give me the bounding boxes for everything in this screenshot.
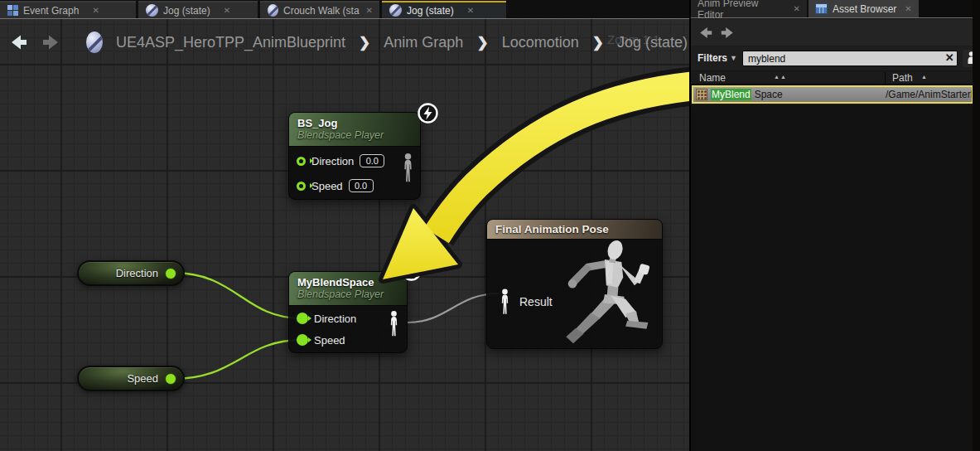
anim-blueprint-icon <box>86 32 103 53</box>
input-pin-speed[interactable] <box>297 182 306 191</box>
asset-list-column-header: Name ▲▲ Path ▲ <box>691 71 980 85</box>
asset-name-search-match: MyBlend <box>711 89 751 100</box>
input-pin-direction[interactable] <box>297 313 308 324</box>
asset-search-input[interactable] <box>742 51 958 66</box>
node-title: Final Animation Pose <box>495 223 654 235</box>
sort-indicator-name[interactable]: ▲▲ <box>774 74 787 80</box>
pin-label: Direction <box>314 313 356 325</box>
breadcrumb-separator: ❯ <box>476 34 488 51</box>
graph-panel: Event Graph ✕ Jog (state) ✕ Crouch Walk … <box>0 0 689 451</box>
breadcrumb-item-blueprint[interactable]: UE4ASP_HeroTPP_AnimBlueprint <box>116 34 345 51</box>
chevron-down-icon: ▼ <box>730 54 737 62</box>
back-arrow-button[interactable] <box>8 33 28 51</box>
pin-label: Direction <box>311 155 354 167</box>
pin-value-field[interactable]: 0.0 <box>360 154 384 167</box>
breadcrumb-item-jog-state[interactable]: Jog (state) <box>617 34 688 51</box>
node-final-animation-pose[interactable]: Final Animation Pose Result <box>486 219 663 349</box>
anim-state-icon <box>268 4 278 17</box>
breadcrumb-separator: ❯ <box>359 34 370 51</box>
pin-value-field[interactable]: 0.0 <box>349 179 374 192</box>
close-icon[interactable]: ✕ <box>467 6 474 15</box>
tab-label: Anim Preview Editor <box>698 0 785 21</box>
node-header: BS_Jog Blendspace Player <box>289 113 420 147</box>
blueprint-graph-canvas[interactable]: Zoom 1:1 UE4ASP_HeroTPP_AnimBlueprint ❯ … <box>0 18 689 451</box>
column-path[interactable]: Path <box>885 72 913 84</box>
state-input-direction[interactable]: Direction <box>77 260 185 286</box>
close-icon[interactable]: ✕ <box>92 6 99 15</box>
asset-list-empty-area[interactable] <box>691 105 980 451</box>
node-header: MyBlendSpace Blendspace Player <box>289 272 407 306</box>
node-subtitle: Blendspace Player <box>297 289 398 300</box>
tab-jog-state-1[interactable]: Jog (state) ✕ <box>138 1 258 18</box>
fast-path-lightning-icon <box>400 259 422 282</box>
close-icon[interactable]: ✕ <box>905 4 911 13</box>
running-mannequin-preview <box>548 235 657 347</box>
breadcrumb-item-anim-graph[interactable]: Anim Graph <box>384 34 463 51</box>
tab-label: Crouch Walk (state) <box>283 5 360 17</box>
asset-browser-icon <box>815 3 828 14</box>
history-forward-button[interactable] <box>720 26 736 40</box>
tab-event-graph[interactable]: Event Graph ✕ <box>0 1 136 18</box>
tab-label: Asset Browser <box>833 3 896 15</box>
column-name[interactable]: Name <box>699 72 726 84</box>
pin-label: Speed <box>311 180 343 192</box>
asset-path: /Game/AnimStarterPa <box>886 89 973 100</box>
asset-row-myblendspace-selected[interactable]: MyBlend Space /Game/AnimStarterPa <box>692 85 973 104</box>
breadcrumb-item-locomotion[interactable]: Locomotion <box>502 34 579 51</box>
close-icon[interactable]: ✕ <box>794 4 800 13</box>
output-pin[interactable] <box>165 373 176 385</box>
input-pin-speed[interactable] <box>297 334 308 346</box>
node-my-blend-space[interactable]: MyBlendSpace Blendspace Player Direction… <box>288 271 408 353</box>
fast-path-lightning-icon <box>417 102 439 124</box>
anim-state-icon <box>389 4 402 17</box>
tab-jog-state-2-active[interactable]: Jog (state) ✕ <box>382 1 506 18</box>
anim-state-icon <box>146 4 158 17</box>
forward-arrow-button[interactable] <box>41 33 61 51</box>
input-pin-direction[interactable] <box>297 157 306 166</box>
panel-edge-strip <box>973 0 980 451</box>
filters-label: Filters <box>698 52 727 64</box>
document-tab-bar: Event Graph ✕ Jog (state) ✕ Crouch Walk … <box>0 0 689 18</box>
pill-label: Direction <box>116 267 158 279</box>
tab-label: Event Graph <box>23 5 79 17</box>
sidebar-tab-bar: Anim Preview Editor ✕ Asset Browser ✕ <box>691 0 980 18</box>
event-graph-icon <box>7 5 18 16</box>
output-pin[interactable] <box>165 268 176 279</box>
tab-anim-preview-editor[interactable]: Anim Preview Editor ✕ <box>691 0 807 17</box>
filters-row: Filters ▼ ✕ <box>691 46 980 70</box>
tab-label: Jog (state) <box>407 5 454 17</box>
sort-indicator-path[interactable]: ▲ <box>921 74 928 80</box>
asset-name-rest: Space <box>755 89 783 100</box>
close-icon[interactable]: ✕ <box>366 6 373 15</box>
pose-output-pin-person-icon[interactable] <box>388 310 400 338</box>
tab-crouch-walk-state[interactable]: Crouch Walk (state) ✕ <box>260 1 379 18</box>
node-subtitle: Blendspace Player <box>297 129 412 141</box>
result-pose-pin-person-icon[interactable] <box>499 289 511 316</box>
asset-browser-panel: Anim Preview Editor ✕ Asset Browser ✕ Fi… <box>689 0 980 451</box>
history-back-button[interactable] <box>698 26 713 40</box>
node-bs-jog[interactable]: BS_Jog Blendspace Player Direction 0.0 S… <box>288 112 421 200</box>
filters-dropdown-button[interactable]: Filters ▼ <box>698 52 737 64</box>
breadcrumb-separator: ❯ <box>592 34 604 51</box>
blendspace-asset-icon <box>696 89 707 100</box>
pin-label: Speed <box>314 334 345 347</box>
breadcrumb: UE4ASP_HeroTPP_AnimBlueprint ❯ Anim Grap… <box>8 27 688 57</box>
asset-browser-toolbar <box>691 19 980 46</box>
node-title: BS_Jog <box>297 117 412 129</box>
tab-label: Jog (state) <box>163 5 210 17</box>
close-icon[interactable]: ✕ <box>224 6 230 15</box>
tab-asset-browser[interactable]: Asset Browser ✕ <box>809 0 919 17</box>
clear-search-icon[interactable]: ✕ <box>945 51 954 64</box>
state-input-speed[interactable]: Speed <box>77 366 185 391</box>
node-title: MyBlendSpace <box>297 276 398 289</box>
pose-output-pin-person-icon[interactable] <box>401 153 415 184</box>
pill-label: Speed <box>127 372 158 385</box>
